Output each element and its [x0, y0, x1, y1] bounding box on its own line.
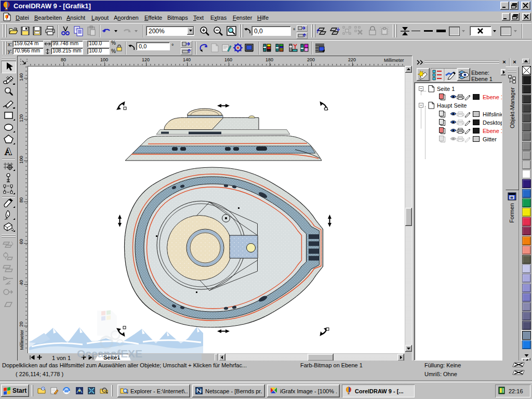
svg-text:A: A — [5, 146, 12, 157]
